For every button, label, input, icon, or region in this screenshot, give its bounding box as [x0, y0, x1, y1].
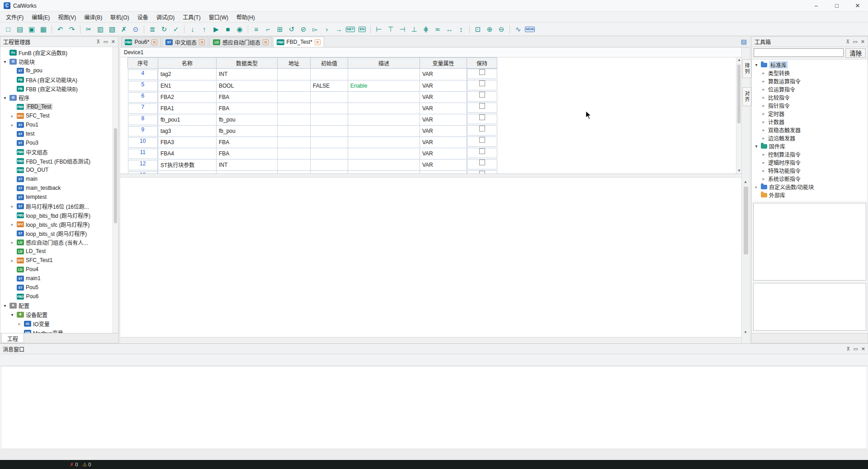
scroll-up-icon[interactable]: ▲	[736, 57, 741, 63]
copy-button[interactable]: ▥	[95, 24, 106, 35]
expand-arrow-icon[interactable]: ▾	[754, 62, 759, 67]
cell-desc[interactable]	[348, 125, 420, 136]
compile-button[interactable]: ≣	[147, 24, 158, 35]
cell-name[interactable]: tag3	[158, 125, 217, 136]
cell-desc[interactable]	[348, 170, 420, 174]
scroll-up-icon[interactable]: ▲	[743, 179, 748, 185]
retain-checkbox[interactable]	[479, 171, 485, 174]
net-label-button[interactable]: NET	[345, 24, 356, 35]
new-button[interactable]: □	[3, 24, 14, 35]
expand-arrow-icon[interactable]: ▸	[9, 113, 15, 118]
column-header[interactable]: 变量属性	[420, 58, 467, 69]
scroll-thumb[interactable]	[114, 128, 117, 223]
cell-type[interactable]: FBA	[217, 136, 278, 148]
cell-desc[interactable]	[348, 69, 420, 80]
refresh-button[interactable]: ↺	[286, 24, 297, 35]
cell-init[interactable]: FALSE	[311, 80, 348, 91]
tree-item[interactable]: ▸边沿触发器	[752, 134, 868, 142]
delete-button[interactable]: ✗	[118, 24, 129, 35]
tree-item[interactable]: FBD中文组态	[0, 147, 118, 156]
tree-item[interactable]: LDLD_Test	[0, 247, 118, 256]
tree-item[interactable]: ▸算数运算指令	[752, 77, 868, 85]
menu-item[interactable]: 编辑(E)	[28, 12, 54, 22]
cell-attr[interactable]: VAR	[420, 136, 467, 148]
close-icon[interactable]: ✕	[861, 39, 865, 45]
expand-arrow-icon[interactable]: ▸	[761, 79, 766, 84]
tree-item[interactable]: STmain1	[0, 274, 118, 283]
cell-name[interactable]: ST执行块参数	[158, 159, 217, 170]
column-header[interactable]: 序号	[128, 58, 158, 69]
cut-button[interactable]: ✂	[83, 24, 94, 35]
cell-name[interactable]: FBA1	[158, 103, 217, 114]
tree-item[interactable]: FBDloop_bits_fbd (跑马灯程序)	[0, 211, 118, 220]
tree-item[interactable]: ▸LD感应自动门组态 (当有人...	[0, 238, 118, 247]
menu-item[interactable]: 文件(F)	[2, 12, 28, 22]
cell-address[interactable]	[278, 159, 311, 170]
jump-button[interactable]: →	[333, 24, 344, 35]
cell-address[interactable]	[278, 125, 311, 136]
pin-icon[interactable]: ⊼	[846, 39, 849, 45]
cell-desc[interactable]	[348, 114, 420, 125]
toolbox-clear-button[interactable]: 清除	[845, 48, 866, 58]
menu-item[interactable]: 工具(T)	[179, 12, 204, 22]
cell-name[interactable]: FBA2	[158, 91, 217, 103]
cell-desc[interactable]	[348, 103, 420, 114]
tree-item[interactable]: ▸定时器	[752, 109, 868, 117]
tree-item[interactable]: STtemptest	[0, 192, 118, 202]
cell-desc[interactable]	[348, 148, 420, 159]
tab-close-icon[interactable]: ✕	[151, 39, 157, 45]
align-right-button[interactable]: ⊣	[397, 24, 408, 35]
tree-item[interactable]: STmain_testback	[0, 183, 118, 192]
menu-item[interactable]: 调试(D)	[152, 12, 179, 22]
tree-item[interactable]: STloop_bits_st (跑马灯程序)	[0, 229, 118, 238]
cell-type[interactable]: fb_pou	[217, 125, 278, 136]
retain-checkbox[interactable]	[479, 103, 485, 109]
tree-item[interactable]: 外部库	[752, 191, 868, 199]
check-button[interactable]: ✓	[170, 24, 181, 35]
table-row[interactable]: 9tag3fb_pouVAR	[128, 125, 497, 136]
float-icon[interactable]: ▭	[103, 39, 108, 45]
column-header[interactable]: 描述	[348, 58, 420, 69]
tree-item[interactable]: LDPou4	[0, 265, 118, 274]
document-tab[interactable]: FBDPou6*✕	[121, 37, 161, 47]
en-pin-button[interactable]: EN	[357, 24, 368, 35]
tree-item[interactable]: ▾固件库	[752, 142, 868, 150]
tree-item[interactable]: ▸SFCloop_bits_sfc (跑马灯程序)	[0, 220, 118, 229]
document-tab[interactable]: FBDFBD_Test*✕	[273, 37, 324, 47]
tree-item[interactable]: ▸控制算法指令	[752, 150, 868, 158]
retain-checkbox[interactable]	[479, 159, 485, 165]
expand-arrow-icon[interactable]: ▾	[2, 95, 8, 100]
expand-arrow-icon[interactable]: ▾	[2, 59, 8, 64]
cell-address[interactable]	[278, 91, 311, 103]
tree-item[interactable]: ▸比较指令	[752, 93, 868, 101]
table-row[interactable]: 4tag2INTVAR	[128, 69, 497, 80]
cell-type[interactable]: BOOL	[217, 80, 278, 91]
tree-item[interactable]: FBFBA (自定义功能块A)	[0, 75, 118, 84]
expand-arrow-icon[interactable]: ▸	[9, 204, 15, 209]
same-width-button[interactable]: ↔	[444, 24, 455, 35]
tree-item[interactable]: FBDDO_OUT	[0, 165, 118, 174]
tree-item[interactable]: FBDFBD_Test	[0, 102, 118, 111]
cell-attr[interactable]: VAR	[420, 170, 467, 174]
cell-attr[interactable]: VAR	[420, 103, 467, 114]
tree-item[interactable]: STtest	[0, 129, 118, 138]
cell-desc[interactable]: Enable	[348, 80, 420, 91]
insert-block-button[interactable]: ⊞	[274, 24, 285, 35]
tree-item[interactable]: ▸类型转换	[752, 69, 868, 77]
tab-list-icon[interactable]: ▤	[741, 38, 747, 45]
expand-arrow-icon[interactable]: ▸	[9, 240, 15, 245]
table-row[interactable]: 6FBA2FBAVAR	[128, 91, 497, 103]
expand-arrow-icon[interactable]: ▸	[761, 87, 766, 92]
tree-item[interactable]: ▸ST跑马灯程序16位 (16位跑...	[0, 202, 118, 211]
undo-button[interactable]: ↶	[55, 24, 66, 35]
expand-arrow-icon[interactable]: ▸	[17, 321, 22, 326]
expand-arrow-icon[interactable]: ▾	[2, 303, 8, 308]
document-tab[interactable]: LD感应自动门组态✕	[209, 37, 272, 47]
cell-name[interactable]: PIDA1	[158, 170, 217, 174]
cell-init[interactable]	[311, 159, 348, 170]
cut-wire-button[interactable]: ⊘	[298, 24, 309, 35]
menu-item[interactable]: 视图(V)	[54, 12, 80, 22]
menu-item[interactable]: 编译(B)	[80, 12, 106, 22]
zoom-in-button[interactable]: ⊕	[484, 24, 495, 35]
cell-init[interactable]	[311, 69, 348, 80]
